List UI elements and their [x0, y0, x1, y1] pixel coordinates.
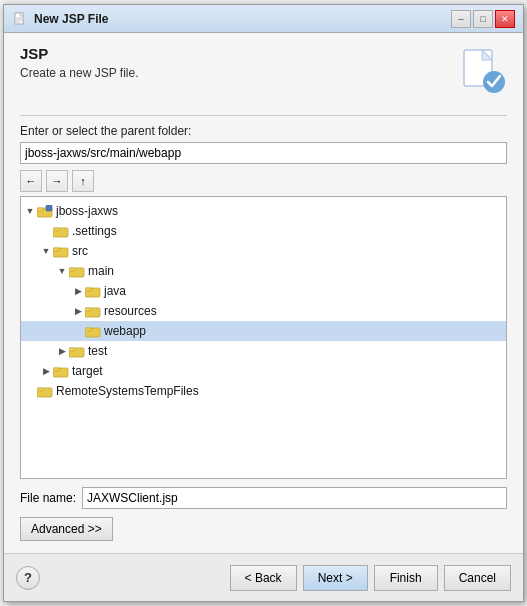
filename-label: File name: — [20, 491, 76, 505]
folder-icon-target — [53, 364, 69, 378]
finish-button[interactable]: Finish — [374, 565, 438, 591]
header-text: JSP Create a new JSP file. — [20, 45, 457, 80]
folder-tree: ▼ jboss-jaxws ▶ — [20, 196, 507, 479]
tree-label-remotesystems: RemoteSystemsTempFiles — [56, 384, 199, 398]
tree-label-test: test — [88, 344, 107, 358]
tree-row-resources[interactable]: ▶ resources — [21, 301, 506, 321]
svg-rect-20 — [85, 308, 91, 311]
tree-label-webapp: webapp — [104, 324, 146, 338]
tree-label-target: target — [72, 364, 103, 378]
tree-row-main[interactable]: ▼ main — [21, 261, 506, 281]
title-bar-buttons: – □ ✕ — [451, 10, 515, 28]
toggle-java[interactable]: ▶ — [71, 284, 85, 298]
forward-button[interactable]: → — [46, 170, 68, 192]
svg-rect-9 — [37, 208, 43, 211]
tree-row-webapp[interactable]: webapp — [21, 321, 506, 341]
tree-row-jboss-jaxws[interactable]: ▼ jboss-jaxws — [21, 201, 506, 221]
toggle-main[interactable]: ▼ — [55, 264, 69, 278]
toggle-test[interactable]: ▶ — [55, 344, 69, 358]
back-button[interactable]: ← — [20, 170, 42, 192]
toggle-resources[interactable]: ▶ — [71, 304, 85, 318]
back-nav-button[interactable]: < Back — [230, 565, 297, 591]
filename-row: File name: — [20, 487, 507, 509]
header-section: JSP Create a new JSP file. — [20, 45, 507, 95]
project-icon-jboss-jaxws — [37, 204, 53, 218]
svg-rect-14 — [53, 248, 59, 251]
window-icon — [12, 11, 28, 27]
wizard-subtitle: Create a new JSP file. — [20, 66, 457, 80]
tree-row-java[interactable]: ▶ java — [21, 281, 506, 301]
tree-row-src[interactable]: ▼ src — [21, 241, 506, 261]
folder-icon-webapp — [85, 324, 101, 338]
svg-rect-28 — [37, 388, 43, 391]
tree-row-test[interactable]: ▶ test — [21, 341, 506, 361]
svg-rect-26 — [53, 368, 59, 371]
header-divider — [20, 115, 507, 116]
window-title: New JSP File — [34, 12, 451, 26]
tree-row-remotesystems[interactable]: RemoteSystemsTempFiles — [21, 381, 506, 401]
tree-row-settings[interactable]: ▶ .settings — [21, 221, 506, 241]
svg-rect-16 — [69, 268, 75, 271]
folder-icon-src — [53, 244, 69, 258]
folder-icon-java — [85, 284, 101, 298]
svg-rect-22 — [85, 328, 91, 331]
bottom-section: File name: Advanced >> — [20, 487, 507, 541]
tree-label-src: src — [72, 244, 88, 258]
tree-label-main: main — [88, 264, 114, 278]
toggle-jboss-jaxws[interactable]: ▼ — [23, 204, 37, 218]
close-button[interactable]: ✕ — [495, 10, 515, 28]
filename-input[interactable] — [82, 487, 507, 509]
tree-label-resources: resources — [104, 304, 157, 318]
wizard-icon — [457, 45, 507, 95]
help-button[interactable]: ? — [16, 566, 40, 590]
up-button[interactable]: ↑ — [72, 170, 94, 192]
title-bar: New JSP File – □ ✕ — [4, 5, 523, 33]
main-window: New JSP File – □ ✕ JSP Create a new JSP … — [3, 4, 524, 602]
svg-rect-12 — [53, 228, 59, 231]
dialog-footer: ? < Back Next > Finish Cancel — [4, 553, 523, 601]
cancel-button[interactable]: Cancel — [444, 565, 511, 591]
maximize-button[interactable]: □ — [473, 10, 493, 28]
folder-icon-resources — [85, 304, 101, 318]
folder-icon-remotesystems — [37, 384, 53, 398]
tree-label-settings: .settings — [72, 224, 117, 238]
folder-label: Enter or select the parent folder: — [20, 124, 507, 138]
footer-left: ? — [16, 566, 224, 590]
svg-rect-1 — [20, 13, 23, 16]
tree-toolbar: ← → ↑ — [20, 170, 507, 192]
tree-row-target[interactable]: ▶ target — [21, 361, 506, 381]
tree-label-jboss-jaxws: jboss-jaxws — [56, 204, 118, 218]
svg-rect-10 — [46, 205, 52, 211]
svg-rect-24 — [69, 348, 75, 351]
toggle-target[interactable]: ▶ — [39, 364, 53, 378]
folder-icon-test — [69, 344, 85, 358]
folder-icon-main — [69, 264, 85, 278]
advanced-button[interactable]: Advanced >> — [20, 517, 113, 541]
folder-path-input[interactable] — [20, 142, 507, 164]
next-nav-button[interactable]: Next > — [303, 565, 368, 591]
svg-rect-18 — [85, 288, 91, 291]
minimize-button[interactable]: – — [451, 10, 471, 28]
toggle-src[interactable]: ▼ — [39, 244, 53, 258]
tree-label-java: java — [104, 284, 126, 298]
dialog-content: JSP Create a new JSP file. Enter or sele… — [4, 33, 523, 553]
folder-icon-settings — [53, 224, 69, 238]
wizard-title: JSP — [20, 45, 457, 62]
